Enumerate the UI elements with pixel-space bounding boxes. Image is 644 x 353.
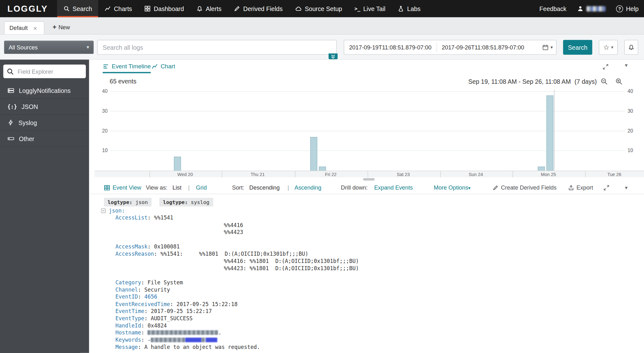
timeline-bar[interactable] — [547, 96, 553, 171]
yaxis-label-left: 40 — [94, 88, 108, 94]
nav-search[interactable]: Search — [57, 0, 98, 17]
sidebar-item-syslog[interactable]: Syslog — [0, 115, 89, 131]
export-label: Export — [576, 181, 593, 194]
saved-searches-button[interactable]: ☆ ▾ — [599, 40, 618, 55]
field-explorer-input[interactable] — [17, 68, 83, 75]
view-as-grid[interactable]: Grid — [196, 181, 207, 194]
create-derived-fields-button[interactable]: Create Derived Fields — [492, 181, 557, 194]
axis-tick-separator — [295, 171, 295, 177]
timeline-scrollbar-handle[interactable] — [363, 178, 375, 181]
nav-live-tail[interactable]: >_ Live Tail — [348, 0, 392, 17]
tab-event-timeline-label: Event Timeline — [112, 63, 151, 70]
expand-panel-icon[interactable] — [602, 64, 609, 70]
search-bar-row: All Sources ▾ 2017-09-19T11:08:51.879-07… — [0, 35, 644, 60]
log-line: %%4416 — [101, 222, 644, 229]
collapse-toggle-icon[interactable] — [101, 208, 105, 213]
search-button[interactable]: Search — [563, 40, 592, 55]
field-explorer-searchbox[interactable] — [3, 65, 86, 78]
expand-panel-icon[interactable] — [603, 185, 610, 191]
help-link[interactable]: ? Help — [611, 5, 644, 12]
log-line: AccessReason: %%1541: %%1801 D:(A;OICIID… — [101, 250, 644, 258]
sidebar-item-other[interactable]: Other — [0, 131, 89, 147]
date-from-value[interactable]: 2017-09-19T11:08:51.879-07:00 — [344, 44, 436, 51]
tag-logtype-syslog[interactable]: logtype: syslog — [159, 198, 213, 206]
axis-tick-separator — [513, 171, 513, 177]
more-options-dropdown[interactable]: More Options▾ — [434, 181, 470, 195]
nav-alerts[interactable]: Alerts — [190, 0, 228, 17]
tab-chart-label: Chart — [161, 63, 175, 70]
zoom-out-icon[interactable] — [601, 78, 608, 85]
date-to-value[interactable]: 2017-09-26T11:08:51.879-07:00 — [437, 44, 529, 51]
nav-labs[interactable]: Labs — [391, 0, 427, 17]
nav-derived-fields-label: Derived Fields — [243, 5, 282, 12]
collapse-search-bar-button[interactable] — [329, 54, 338, 59]
tag-logtype-json[interactable]: logtype: json — [104, 198, 151, 206]
zoom-in-icon[interactable] — [615, 78, 623, 85]
nav-charts[interactable]: Charts — [98, 0, 138, 17]
timeline-bar[interactable] — [538, 167, 545, 171]
pencil-icon — [492, 185, 499, 191]
line-chart-icon — [104, 5, 111, 12]
new-tab-button[interactable]: + New — [53, 23, 70, 31]
log-line: AccessList: %%1541 — [101, 214, 644, 222]
main-content: Event Timeline Chart ▾ 65 events Sep 19,… — [89, 60, 644, 353]
chevron-down-icon[interactable]: ▾ — [625, 62, 628, 68]
search-icon — [63, 5, 70, 12]
nav-source-setup[interactable]: Source Setup — [289, 0, 348, 17]
tag-key: logtype: — [108, 199, 132, 205]
log-link[interactable]: 4656 — [144, 294, 157, 300]
bell-icon — [196, 5, 203, 12]
nav-dashboard[interactable]: Dashboard — [138, 0, 190, 17]
log-line: EventType: AUDIT_SUCCESS — [101, 315, 644, 322]
nav-derived-fields[interactable]: Derived Fields — [228, 0, 289, 17]
log-line: AccessMask: 0x100081 — [101, 243, 644, 250]
tab-event-timeline[interactable]: Event Timeline — [103, 63, 151, 73]
view-as-list[interactable]: List — [173, 181, 181, 194]
search-input[interactable] — [97, 40, 337, 55]
grid-view-icon — [104, 185, 110, 191]
export-button[interactable]: Export — [568, 181, 593, 194]
search-icon — [7, 68, 14, 75]
help-label: Help — [626, 5, 639, 12]
close-icon[interactable]: × — [33, 25, 37, 31]
timeline-bars-icon — [103, 63, 109, 69]
axis-tick-separator — [222, 171, 222, 177]
log-key: Keywords — [115, 337, 141, 343]
sidebar-item-logglynotifications[interactable]: LogglyNotifications — [0, 83, 89, 99]
log-line: EventReceivedTime: 2017-09-25 15:22:18 — [101, 300, 644, 308]
drill-down-label: Drill down: — [341, 181, 368, 194]
tab-chart[interactable]: Chart — [152, 63, 175, 72]
date-picker-icons[interactable]: ▾ — [542, 44, 556, 51]
username-redacted — [586, 6, 605, 11]
log-key: EventReceivedTime — [115, 301, 170, 307]
event-view-button[interactable]: Event View — [104, 181, 141, 194]
cloud-icon — [295, 5, 302, 12]
log-value: : — [138, 294, 144, 300]
expand-events-link[interactable]: Expand Events — [374, 181, 413, 194]
log-value: : — [141, 330, 147, 336]
sidebar-item-json[interactable]: {:} JSON — [0, 99, 89, 115]
log-line: EventTime: 2017-09-25 15:22:17 — [101, 308, 644, 315]
time-range-label: Sep 19, 11:08 AM - Sep 26, 11:08 AM (7 d… — [468, 78, 597, 85]
lightning-icon — [8, 119, 14, 126]
date-range-picker[interactable]: 2017-09-19T11:08:51.879-07:00 2017-09-26… — [344, 40, 557, 55]
sort-descending[interactable]: Descending — [249, 181, 280, 194]
timeline-bar[interactable] — [310, 137, 317, 171]
sort-ascending[interactable]: Ascending — [294, 181, 321, 194]
timeline-bar[interactable] — [174, 157, 181, 171]
tab-default[interactable]: Default × — [4, 21, 44, 34]
loggly-logo[interactable]: LOGGLY — [0, 0, 57, 17]
user-menu[interactable] — [572, 5, 611, 12]
chevron-down-icon: ▾ — [551, 45, 553, 50]
gridline — [110, 91, 625, 92]
all-sources-dropdown[interactable]: All Sources ▾ — [4, 41, 94, 54]
timeline-bar[interactable] — [319, 167, 326, 171]
yaxis-label-left: 10 — [94, 148, 108, 153]
timeline-plot[interactable]: 1010202030304040 — [94, 90, 644, 171]
chevron-down-icon[interactable]: ▾ — [625, 181, 628, 194]
sidebar-item-label: Other — [19, 135, 34, 142]
chart-cursor-line — [554, 90, 554, 171]
nav-alerts-label: Alerts — [206, 5, 221, 12]
feedback-link[interactable]: Feedback — [534, 5, 572, 12]
alerts-bell-button[interactable] — [624, 40, 638, 55]
